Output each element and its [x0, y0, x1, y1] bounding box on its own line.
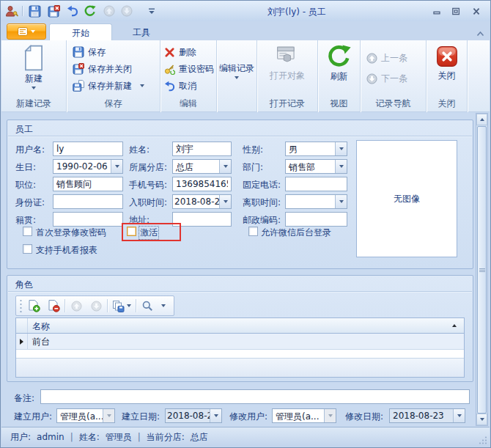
next-record-button[interactable]: 下一条 — [366, 71, 407, 86]
refresh-button[interactable]: 刷新 — [320, 43, 358, 98]
gender-select[interactable]: 男 — [285, 142, 347, 156]
open-object-button[interactable]: 打开对象 — [259, 43, 316, 98]
toolbar-separator — [136, 299, 136, 312]
username-label: 用户名: — [15, 144, 45, 156]
new-button[interactable]: 新建 — [3, 43, 64, 98]
maximize-button[interactable] — [448, 5, 464, 17]
search-options-dropdown[interactable] — [158, 297, 169, 315]
dropdown-button[interactable] — [335, 160, 347, 173]
roles-grid-header[interactable]: 名称 — [16, 318, 464, 334]
postcode-input[interactable] — [285, 212, 347, 227]
user-key-icon[interactable] — [4, 4, 19, 18]
name-input[interactable] — [172, 142, 232, 156]
save-and-new-button[interactable]: 保存并新建 — [73, 78, 144, 93]
record-up-icon[interactable] — [102, 4, 117, 18]
close-window-button[interactable] — [468, 5, 484, 17]
modified-date-field[interactable]: 2018-08-23 — [389, 408, 465, 423]
created-by-value: 管理员(a... — [57, 409, 103, 422]
roles-grid-row[interactable]: 前台 — [16, 334, 464, 350]
export-button[interactable] — [110, 297, 133, 315]
employee-detail-window: 刘宇(ly) - 员工 开始 工具 新建 新建记录 — [0, 0, 491, 448]
application-menu-button[interactable] — [7, 23, 46, 40]
modified-by-label: 修改用户: — [229, 411, 267, 423]
birthday-picker[interactable]: 1990-02-06 — [53, 159, 123, 174]
store-select[interactable]: 总店 — [172, 159, 232, 174]
created-by-field[interactable]: 管理员(a... — [56, 408, 115, 423]
dropdown-button[interactable] — [111, 160, 122, 173]
dropdown-button[interactable] — [335, 142, 347, 155]
close-button[interactable]: 关闭 — [428, 43, 465, 98]
hire-date-picker[interactable]: 2018-08-23 — [172, 194, 232, 209]
first-login-change-password-checkbox[interactable] — [23, 227, 32, 236]
move-down-button[interactable] — [87, 297, 105, 315]
mobile-label: 手机号码: — [129, 179, 167, 191]
dropdown-button[interactable] — [453, 409, 465, 422]
tab-home[interactable]: 开始 — [49, 23, 112, 40]
department-select[interactable]: 销售部 — [285, 159, 347, 174]
toolbar-separator — [107, 299, 108, 312]
undo-icon[interactable] — [65, 4, 80, 18]
employee-photo-box[interactable]: 无图像 — [356, 140, 457, 257]
created-by-label: 建立用户: — [14, 411, 52, 423]
ribbon-group-edit: 删除 重设密码 取消 编辑 — [160, 40, 217, 112]
remove-icon — [47, 299, 60, 312]
tab-tools[interactable]: 工具 — [114, 23, 169, 40]
minimize-button[interactable] — [429, 5, 445, 17]
add-role-button[interactable] — [25, 297, 43, 315]
telephone-input[interactable] — [285, 177, 347, 191]
chevron-down-icon — [140, 84, 144, 87]
grid-row-indicator — [16, 334, 28, 349]
chevron-down-icon — [235, 76, 239, 79]
edit-record-button[interactable]: 编辑记录 — [218, 43, 255, 98]
search-button[interactable] — [139, 297, 156, 315]
record-down-icon[interactable] — [119, 4, 134, 18]
name-label: 姓名: — [129, 144, 149, 156]
save-close-icon[interactable] — [46, 4, 61, 18]
ribbon-group-new-record: 新建 新建记录 — [1, 40, 67, 112]
remark-input[interactable] — [40, 389, 470, 404]
no-image-text: 无图像 — [394, 193, 420, 205]
save-icon[interactable] — [27, 4, 42, 18]
leave-date-picker[interactable] — [285, 194, 347, 209]
minimize-ribbon-icon[interactable] — [476, 29, 484, 39]
active-checkbox[interactable] — [127, 227, 136, 236]
mobile-report-checkbox[interactable] — [23, 244, 32, 254]
move-up-button[interactable] — [67, 297, 85, 315]
dropdown-button[interactable] — [210, 409, 221, 422]
idcard-label: 身份证: — [15, 197, 45, 209]
remove-role-button[interactable] — [45, 297, 62, 315]
cancel-button[interactable]: 取消 — [164, 78, 196, 93]
dropdown-button[interactable] — [219, 160, 231, 173]
dropdown-button[interactable] — [335, 195, 347, 208]
save-button[interactable]: 保存 — [73, 45, 106, 59]
username-input[interactable] — [53, 142, 123, 156]
delete-button[interactable]: 删除 — [164, 45, 196, 59]
leave-date-value — [286, 195, 335, 208]
refresh-icon[interactable] — [83, 4, 97, 18]
scroll-up-button[interactable] — [476, 114, 487, 125]
idcard-input[interactable] — [53, 194, 123, 209]
previous-record-button[interactable]: 上一条 — [366, 51, 407, 65]
mobile-input[interactable] — [172, 177, 232, 191]
reset-password-button[interactable]: 重设密码 — [164, 62, 214, 76]
status-bar: 用户: admin | 姓名: 管理员 | 当前分店: 总店 — [1, 427, 490, 447]
hometown-input[interactable] — [53, 212, 123, 227]
dropdown-button[interactable] — [219, 195, 231, 208]
drag-grip-icon[interactable] — [19, 299, 23, 312]
save-and-close-button[interactable]: 保存并关闭 — [73, 62, 132, 76]
status-user-value: admin — [37, 432, 64, 442]
scroll-down-button[interactable] — [476, 414, 487, 425]
resize-grip-icon[interactable] — [479, 436, 487, 444]
address-input[interactable] — [172, 212, 232, 227]
vertical-scrollbar[interactable] — [476, 113, 488, 426]
scrollbar-thumb[interactable] — [477, 126, 487, 414]
qat-customize-icon[interactable] — [144, 4, 159, 18]
modified-by-field[interactable]: 管理员(a... — [272, 408, 336, 423]
group-label-save: 保存 — [67, 98, 160, 110]
created-date-field[interactable]: 2018-08-23 — [165, 408, 222, 423]
save-icon — [73, 46, 84, 58]
birthday-value: 1990-02-06 — [53, 160, 111, 173]
allow-wechat-backend-login-checkbox[interactable] — [248, 227, 258, 236]
position-input[interactable] — [53, 177, 123, 191]
title-bar: 刘宇(ly) - 员工 — [1, 1, 490, 21]
